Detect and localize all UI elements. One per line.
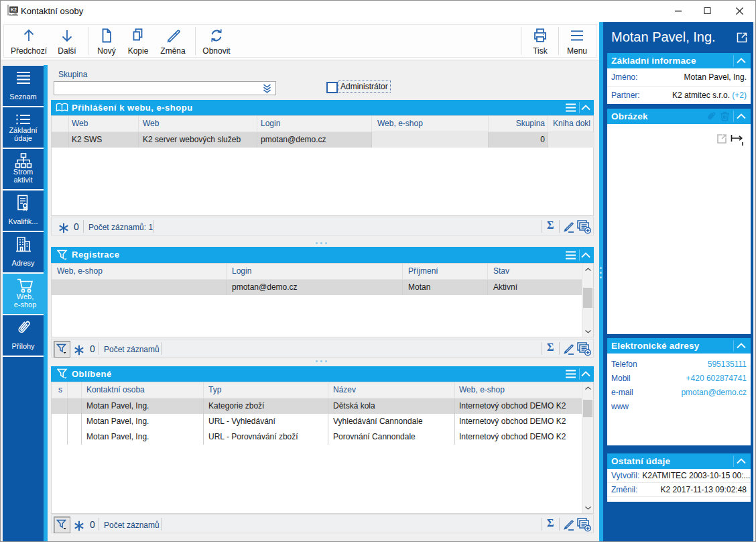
- svg-text:K2: K2: [11, 7, 17, 12]
